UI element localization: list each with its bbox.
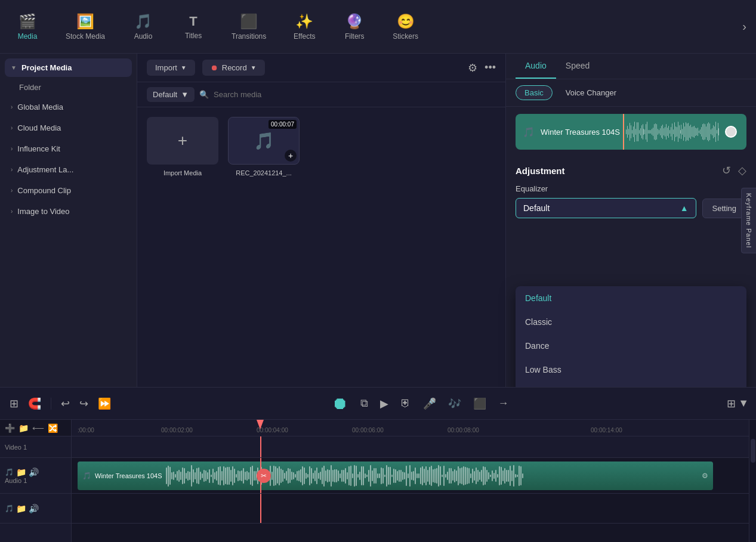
eq-option-default[interactable]: Default xyxy=(516,286,746,310)
media-item-rec[interactable]: 🎵 00:00:07 + REC_20241214_... xyxy=(228,117,300,176)
audio1-track[interactable]: ✂ 🎵 Winter Treasures 104S ⚙ xyxy=(72,458,749,494)
caption-icon[interactable]: ⬛ xyxy=(471,395,489,413)
nav-item-transitions[interactable]: ⬛ Transitions xyxy=(226,10,272,44)
mic-icon[interactable]: 🎤 xyxy=(421,395,439,413)
play-icon[interactable]: ▶ xyxy=(378,395,391,413)
audio-clip[interactable]: 🎵 Winter Treasures 104S ⚙ xyxy=(78,462,713,490)
group-icon[interactable]: ⊞ xyxy=(7,395,21,413)
left-sidebar: ▼ Project Media Folder › Global Media › … xyxy=(0,54,137,387)
sidebar-label-global-media: Global Media xyxy=(17,103,63,112)
undo-timeline-icon[interactable]: ↩ xyxy=(58,395,72,413)
shield-icon[interactable]: ⛨ xyxy=(398,395,414,412)
nav-item-media[interactable]: 🎬 Media xyxy=(10,10,45,44)
magnet-icon[interactable]: 🧲 xyxy=(26,395,44,413)
main-area: ▼ Project Media Folder › Global Media › … xyxy=(0,54,756,387)
nav-item-titles[interactable]: T Titles xyxy=(175,10,211,44)
project-media-label: Project Media xyxy=(21,63,72,72)
clip-waveform xyxy=(166,465,699,487)
audio1-folder-icon[interactable]: 📁 xyxy=(16,467,26,477)
more-options-icon[interactable]: ••• xyxy=(485,61,496,74)
scroll-thumb xyxy=(751,439,755,463)
record-button[interactable]: ⏺ Record ▼ xyxy=(202,60,265,76)
sidebar-item-adjustment-la[interactable]: › Adjustment La... xyxy=(5,160,132,179)
fast-forward-icon[interactable]: ⏩ xyxy=(95,395,113,413)
search-field[interactable] xyxy=(214,90,496,99)
waveform-knob[interactable] xyxy=(725,126,737,138)
project-media-chevron: ▼ xyxy=(11,64,17,71)
overlay-icon[interactable]: ⧉ xyxy=(358,395,371,412)
shrink-icon[interactable]: ⟵ xyxy=(32,423,44,433)
search-input-container[interactable]: 🔍 xyxy=(199,90,496,99)
sidebar-item-image-to-video[interactable]: › Image to Video xyxy=(5,202,132,221)
ruler-mark-0: :00:00 xyxy=(78,427,94,433)
music-list-icon[interactable]: 🎶 xyxy=(446,395,464,413)
import-button[interactable]: Import ▼ xyxy=(147,60,195,76)
audio2-folder-icon[interactable]: 📁 xyxy=(16,504,26,513)
clip-settings-icon[interactable]: ⚙ xyxy=(702,472,708,480)
nav-more-chevron[interactable]: › xyxy=(742,20,746,33)
rec-add-icon[interactable]: + xyxy=(285,150,297,162)
video1-track[interactable] xyxy=(72,436,749,458)
nav-item-stock-media[interactable]: 🖼️ Stock Media xyxy=(60,10,111,44)
media-icon: 🎬 xyxy=(18,13,36,30)
nav-item-stickers[interactable]: 😊 Stickers xyxy=(387,10,424,44)
tab-audio-label: Audio xyxy=(525,61,547,70)
default-chevron: ▼ xyxy=(181,90,189,99)
sidebar-label-cloud-media: Cloud Media xyxy=(17,123,61,132)
eq-row: Default ▲ Setting xyxy=(516,198,746,218)
filter-icon[interactable]: ⚙ xyxy=(468,61,477,75)
sidebar-item-compound-clip[interactable]: › Compound Clip xyxy=(5,181,132,200)
adjustment-title: Adjustment xyxy=(516,166,565,176)
sub-tab-basic[interactable]: Basic xyxy=(516,85,553,100)
audio2-label-row: 🎵 📁 🔊 xyxy=(0,494,71,524)
sidebar-item-influence-kit[interactable]: › Influence Kit xyxy=(5,140,132,158)
undo-icon[interactable]: ↺ xyxy=(722,164,731,177)
tab-audio[interactable]: Audio xyxy=(516,54,556,79)
nav-label-titles: Titles xyxy=(185,32,202,40)
eq-option-low-bass[interactable]: Low Bass xyxy=(516,358,746,382)
sub-tab-voice-changer[interactable]: Voice Changer xyxy=(557,86,625,100)
eq-option-sparkle[interactable]: Sparkle xyxy=(516,382,746,387)
nav-item-effects[interactable]: ✨ Effects xyxy=(286,10,322,44)
grid-view-button[interactable]: ⊞ ▼ xyxy=(727,397,749,410)
waveform-playhead xyxy=(623,114,624,150)
folder-label: Folder xyxy=(19,83,41,92)
sidebar-item-cloud-media[interactable]: › Cloud Media xyxy=(5,119,132,137)
play-circle-icon[interactable]: ⏺ xyxy=(329,391,351,416)
audio2-volume-icon[interactable]: 🔊 xyxy=(29,504,39,513)
sidebar-label-compound-clip: Compound Clip xyxy=(17,186,71,195)
redo-timeline-icon[interactable]: ↪ xyxy=(77,395,91,413)
setting-button[interactable]: Setting xyxy=(702,199,746,218)
sidebar-project-media[interactable]: ▼ Project Media xyxy=(5,58,132,77)
tab-speed[interactable]: Speed xyxy=(556,54,599,79)
add-track-icon[interactable]: ➕ xyxy=(5,423,15,433)
arrow-right-icon[interactable]: → xyxy=(496,395,511,412)
eq-select[interactable]: Default ▲ xyxy=(516,198,696,218)
sidebar-folder[interactable]: Folder xyxy=(5,79,132,95)
audio1-volume-icon[interactable]: 🔊 xyxy=(29,467,39,477)
default-label: Default xyxy=(153,90,177,99)
nav-label-audio: Audio xyxy=(134,32,153,41)
stretch-icon[interactable]: 🔀 xyxy=(48,423,58,433)
influence-kit-chevron: › xyxy=(11,145,13,152)
scrollbar[interactable] xyxy=(749,420,756,542)
plus-icon: + xyxy=(178,131,187,150)
separator-1 xyxy=(51,398,51,410)
eq-option-classic[interactable]: Classic xyxy=(516,310,746,334)
add-folder-icon[interactable]: 📁 xyxy=(18,423,29,433)
eq-option-dance[interactable]: Dance xyxy=(516,334,746,358)
import-thumb: + xyxy=(147,117,218,165)
nav-label-filters: Filters xyxy=(345,32,365,41)
sidebar-item-global-media[interactable]: › Global Media xyxy=(5,98,132,116)
nav-item-filters[interactable]: 🔮 Filters xyxy=(337,10,372,44)
media-item-import[interactable]: + Import Media xyxy=(147,117,218,176)
diamond-icon[interactable]: ◇ xyxy=(738,164,746,177)
filters-icon: 🔮 xyxy=(345,13,363,30)
default-select[interactable]: Default ▼ xyxy=(147,87,195,102)
tab-speed-label: Speed xyxy=(566,61,590,70)
nav-item-audio[interactable]: 🎵 Audio xyxy=(125,10,161,44)
waveform-title: Winter Treasures 104S xyxy=(541,128,620,137)
keyframe-panel-button[interactable]: Keyframe Panel xyxy=(741,187,756,253)
audio2-track[interactable] xyxy=(72,494,749,524)
sub-tab-basic-label: Basic xyxy=(524,88,544,97)
